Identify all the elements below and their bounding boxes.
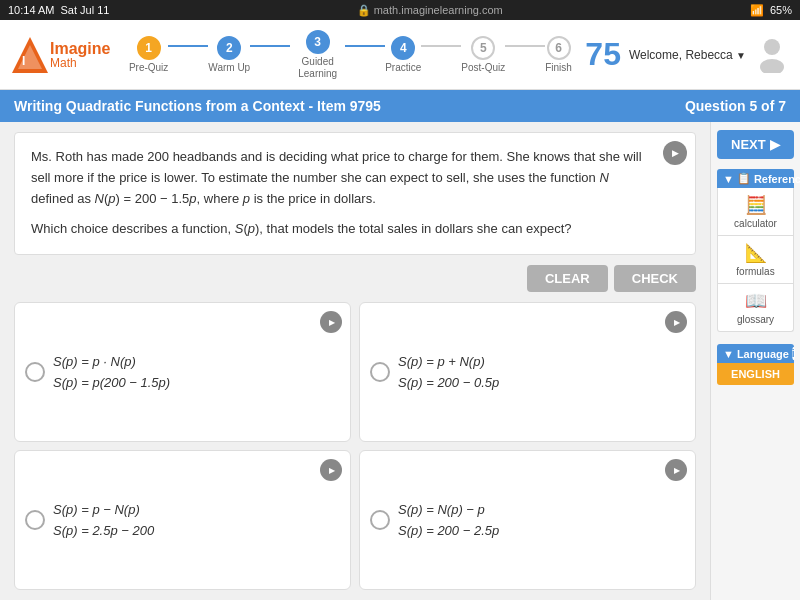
url-display: math.imaginelearning.com [374, 4, 503, 16]
action-buttons: CLEAR CHECK [14, 263, 696, 294]
choice-b[interactable]: S(p) = p + N(p) S(p) = 200 − 0.5p [359, 302, 696, 442]
glossary-icon: 📖 [745, 290, 767, 312]
language-header[interactable]: ▼ Language i [717, 344, 794, 363]
language-section: ▼ Language i ENGLISH [717, 344, 794, 385]
formulas-tool[interactable]: 📐 formulas [717, 236, 794, 284]
choice-d-line1: S(p) = N(p) − p [398, 502, 681, 517]
choice-c-line2: S(p) = 2.5p − 200 [53, 523, 336, 538]
choice-c-line1: S(p) = p − N(p) [53, 502, 336, 517]
choice-a[interactable]: S(p) = p · N(p) S(p) = p(200 − 1.5p) [14, 302, 351, 442]
logo-area: I Imagine Math [10, 35, 110, 75]
score-display: 75 [585, 36, 621, 73]
svg-point-3 [764, 39, 780, 55]
check-button[interactable]: CHECK [614, 265, 696, 292]
formulas-icon: 📐 [745, 242, 767, 264]
question-title-bar: Writing Quadratic Functions from a Conte… [0, 90, 800, 122]
wifi-icon: 📶 [750, 4, 764, 17]
step-finish[interactable]: 6 Finish [545, 36, 572, 74]
battery-display: 65% [770, 4, 792, 17]
time-display: 10:14 AM [8, 4, 54, 16]
choice-c-content: S(p) = p − N(p) S(p) = 2.5p − 200 [53, 502, 336, 538]
step-circle-1: 1 [137, 36, 161, 60]
step-circle-4: 4 [391, 36, 415, 60]
choice-a-line2: S(p) = p(200 − 1.5p) [53, 375, 336, 390]
problem-paragraph-1: Ms. Roth has made 200 headbands and is d… [31, 147, 649, 209]
step-guided[interactable]: 3 Guided Learning [290, 30, 345, 80]
step-circle-3: 3 [306, 30, 330, 54]
choices-grid: S(p) = p · N(p) S(p) = p(200 − 1.5p) S(p… [14, 302, 696, 590]
choice-d-radio[interactable] [370, 510, 390, 530]
progress-bar: 1 Pre-Quiz 2 Warm Up 3 Guided Learning 4… [125, 30, 575, 80]
english-button[interactable]: ENGLISH [717, 363, 794, 385]
logo-text: Imagine Math [50, 41, 110, 69]
svg-point-4 [760, 59, 784, 73]
choice-d[interactable]: S(p) = N(p) − p S(p) = 200 − 2.5p [359, 450, 696, 590]
choice-c[interactable]: S(p) = p − N(p) S(p) = 2.5p − 200 [14, 450, 351, 590]
step-label-6: Finish [545, 62, 572, 74]
next-button[interactable]: NEXT ▶ [717, 130, 794, 159]
reference-header[interactable]: ▼ 📋 Reference [717, 169, 794, 188]
choice-a-radio[interactable] [25, 362, 45, 382]
step-label-2: Warm Up [208, 62, 250, 74]
question-number: Question 5 of 7 [685, 98, 786, 114]
dropdown-icon[interactable]: ▼ [736, 50, 746, 61]
chevron-down-icon: ▼ [723, 173, 734, 185]
next-arrow-icon: ▶ [770, 137, 780, 152]
step-practice[interactable]: 4 Practice [385, 36, 421, 74]
svg-text:I: I [22, 54, 25, 68]
step-label-5: Post-Quiz [461, 62, 505, 74]
clear-button[interactable]: CLEAR [527, 265, 608, 292]
score-area: 75 Welcome, Rebecca ▼ [585, 36, 790, 73]
step-warmup[interactable]: 2 Warm Up [208, 36, 250, 74]
choice-b-content: S(p) = p + N(p) S(p) = 200 − 0.5p [398, 354, 681, 390]
glossary-tool[interactable]: 📖 glossary [717, 284, 794, 332]
question-title: Writing Quadratic Functions from a Conte… [14, 98, 381, 114]
choice-d-line2: S(p) = 200 − 2.5p [398, 523, 681, 538]
welcome-text: Welcome, Rebecca ▼ [629, 48, 746, 62]
step-circle-5: 5 [471, 36, 495, 60]
choice-b-audio[interactable] [665, 311, 687, 333]
choice-b-radio[interactable] [370, 362, 390, 382]
step-postquiz[interactable]: 5 Post-Quiz [461, 36, 505, 74]
chevron-down-icon-lang: ▼ [723, 348, 734, 360]
content-area: Ms. Roth has made 200 headbands and is d… [0, 122, 710, 600]
step-line-3 [345, 45, 385, 47]
choice-b-line2: S(p) = 200 − 0.5p [398, 375, 681, 390]
choice-a-line1: S(p) = p · N(p) [53, 354, 336, 369]
avatar-icon [754, 37, 790, 73]
choice-b-line1: S(p) = p + N(p) [398, 354, 681, 369]
problem-audio-button[interactable] [663, 141, 687, 165]
date-display: Sat Jul 11 [60, 4, 109, 16]
problem-text: Ms. Roth has made 200 headbands and is d… [31, 147, 649, 240]
choice-d-content: S(p) = N(p) − p S(p) = 200 − 2.5p [398, 502, 681, 538]
step-label-4: Practice [385, 62, 421, 74]
step-circle-6: 6 [547, 36, 571, 60]
sidebar: NEXT ▶ ▼ 📋 Reference 🧮 calculator 📐 form… [710, 122, 800, 600]
step-label-3: Guided Learning [290, 56, 345, 80]
header: I Imagine Math 1 Pre-Quiz 2 Warm Up 3 Gu… [0, 20, 800, 90]
step-line-2 [250, 45, 290, 47]
lock-icon: 🔒 [357, 4, 371, 16]
problem-box: Ms. Roth has made 200 headbands and is d… [14, 132, 696, 255]
step-line-1 [168, 45, 208, 47]
choice-c-radio[interactable] [25, 510, 45, 530]
logo-icon: I [10, 35, 50, 75]
calculator-tool[interactable]: 🧮 calculator [717, 188, 794, 236]
step-prequiz[interactable]: 1 Pre-Quiz [129, 36, 168, 74]
choice-c-audio[interactable] [320, 459, 342, 481]
reference-section: ▼ 📋 Reference 🧮 calculator 📐 formulas 📖 … [717, 169, 794, 332]
reference-icon: 📋 [737, 172, 751, 185]
choice-a-audio[interactable] [320, 311, 342, 333]
calculator-icon: 🧮 [745, 194, 767, 216]
choice-a-content: S(p) = p · N(p) S(p) = p(200 − 1.5p) [53, 354, 336, 390]
info-icon: i [792, 347, 795, 360]
step-line-4 [421, 45, 461, 47]
glossary-label: glossary [737, 314, 774, 325]
step-line-5 [505, 45, 545, 47]
main-content: Ms. Roth has made 200 headbands and is d… [0, 122, 800, 600]
calculator-label: calculator [734, 218, 777, 229]
formulas-label: formulas [736, 266, 774, 277]
problem-paragraph-2: Which choice describes a function, S(p),… [31, 219, 649, 240]
status-bar: 10:14 AM Sat Jul 11 🔒 math.imaginelearni… [0, 0, 800, 20]
choice-d-audio[interactable] [665, 459, 687, 481]
